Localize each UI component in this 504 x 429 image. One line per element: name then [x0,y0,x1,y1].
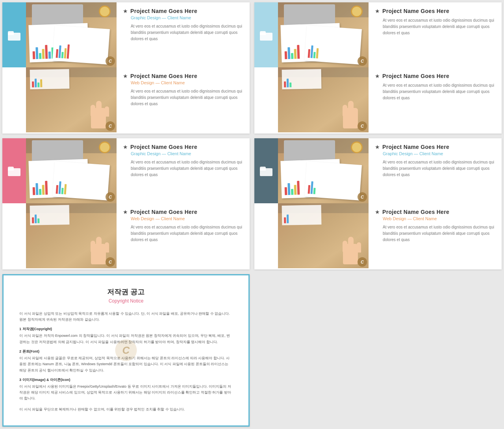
project-title-2-1: Project Name Goes Here [382,8,449,14]
project-desc-2-2: At vero eos et accusamus et iusto odio d… [383,82,495,101]
star-icon-1-1: ★ [123,8,128,14]
project-image-2-1: C [278,2,369,67]
star-icon-3-1: ★ [123,144,128,150]
copyright-section-1-content: 이 서식 파일은 저작자 Enpowerl.com 의 창작물입니다. 이 서식… [19,333,233,345]
copyright-section-2-title: 2 폰트(Font) [19,349,233,354]
project-desc-3-1: At vero eos et accusamus et iusto odio d… [131,159,243,178]
copyright-section-2-content: 이 서식 파일에 사용된 글꼴은 무료로 제공되며, 상업적 목적으로 사용하기… [19,355,233,373]
slide-panel-2: C ★ Project Name Goes Here At vero eos e… [254,2,502,134]
project-text-2-2: ★ Project Name Goes Here At vero eos et … [369,67,502,132]
folder-icon [8,30,20,41]
folder-icon-3 [8,165,20,176]
copyright-intro: 이 서식 파일은 상업적 또는 비상업적 목적으로 자유롭게 사용할 수 있습니… [19,311,233,323]
project-text-3-2: ★ Project Name Goes Here Web Design — Cl… [117,203,250,268]
icon-bar-pink [2,138,26,203]
folder-icon-2 [260,30,272,41]
project-title-1-2: Project Name Goes Here [130,73,197,79]
copyright-title-kr: 저작권 공고 [19,287,233,297]
project-desc-3-2: At vero eos et accusamus et iusto odio d… [131,224,243,243]
star-icon-1-2: ★ [123,73,128,79]
project-text-1-1: ★ Project Name Goes Here Graphic Design … [117,2,250,67]
project-image-3-1: C [26,138,117,203]
slide-panel-4: C ★ Project Name Goes Here Graphic Desig… [254,138,502,269]
star-icon-2-2: ★ [375,73,380,79]
star-icon-4-2: ★ [375,209,380,215]
slide-panel-3: C ★ Project Name Goes Here Graphic Desig… [2,138,250,269]
watermark-c: C [106,56,115,66]
copyright-panel: 저작권 공고 Copyright Notice 이 서식 파일은 상업적 또는 … [2,274,250,427]
project-title-4-2: Project Name Goes Here [382,209,449,215]
project-desc-4-1: At vero eos et accusamus et iusto odio d… [383,159,495,178]
project-title-3-1: Project Name Goes Here [130,144,197,150]
watermark-c-2: C [106,121,115,131]
project-subtitle-1-2: Web Design — Client Name [131,80,243,85]
slide-panel-1: C ★ Project Name Goes Here Graphic Desig… [2,2,250,134]
copyright-section-2: 2 폰트(Font) 이 서식 파일에 사용된 글꼴은 무료로 제공되며, 상업… [19,349,233,373]
project-subtitle-1-1: Graphic Design — Client Name [131,15,243,20]
project-image-4-1: C [278,138,369,203]
icon-bar-blue [2,2,26,67]
project-title-4-1: Project Name Goes Here [382,144,449,150]
copyright-title-en: Copyright Notice [19,298,233,304]
project-title-2-2: Project Name Goes Here [382,73,449,79]
project-image-1-2: C [26,67,117,132]
project-title-1-1: Project Name Goes Here [130,8,197,14]
icon-bar-dark [254,138,278,203]
copyright-footer: 이 서식 파일을 무단으로 복제하거나 판매할 수 없으며, 이를 위반할 경우… [19,407,233,412]
star-icon-3-2: ★ [123,209,128,215]
project-image-1-1: C [26,2,117,67]
project-image-3-2: C [26,203,117,268]
project-text-4-1: ★ Project Name Goes Here Graphic Design … [369,138,502,203]
project-image-2-2: C [278,67,369,132]
project-text-2-1: ★ Project Name Goes Here At vero eos et … [369,2,502,67]
copyright-section-1: 1 저작권(Copyright) 이 서식 파일은 저작자 Enpowerl.c… [19,327,233,345]
copyright-section-1-title: 1 저작권(Copyright) [19,327,233,332]
folder-icon-4 [260,165,272,176]
project-desc-1-1: At vero eos et accusamus et iusto odio d… [131,23,243,42]
copyright-section-3-title: 3 이미지(Image) & 아이콘(Icon) [19,377,233,383]
project-text-4-2: ★ Project Name Goes Here Web Design — Cl… [369,203,502,268]
icon-bar-light-blue [254,2,278,67]
project-desc-2-1: At vero eos et accusamus et iusto odio d… [383,17,495,36]
project-subtitle-3-2: Web Design — Client Name [131,216,243,221]
project-subtitle-4-1: Graphic Design — Client Name [383,151,495,156]
project-text-3-1: ★ Project Name Goes Here Graphic Design … [117,138,250,203]
project-text-1-2: ★ Project Name Goes Here Web Design — Cl… [117,67,250,132]
project-title-3-2: Project Name Goes Here [130,209,197,215]
empty-panel [254,274,502,427]
copyright-section-3-content: 이 서식 파일에서 사용된 이미지들은 Freepix/Getty/Unspla… [19,384,233,402]
star-icon-2-1: ★ [375,8,380,14]
project-subtitle-4-2: Web Design — Client Name [383,216,495,221]
project-desc-1-2: At vero eos et accusamus et iusto odio d… [131,88,243,107]
copyright-section-3: 3 이미지(Image) & 아이콘(Icon) 이 서식 파일에서 사용된 이… [19,377,233,402]
project-subtitle-3-1: Graphic Design — Client Name [131,151,243,156]
project-image-4-2: C [278,203,369,268]
star-icon-4-1: ★ [375,144,380,150]
project-desc-4-2: At vero eos et accusamus et iusto odio d… [383,224,495,243]
